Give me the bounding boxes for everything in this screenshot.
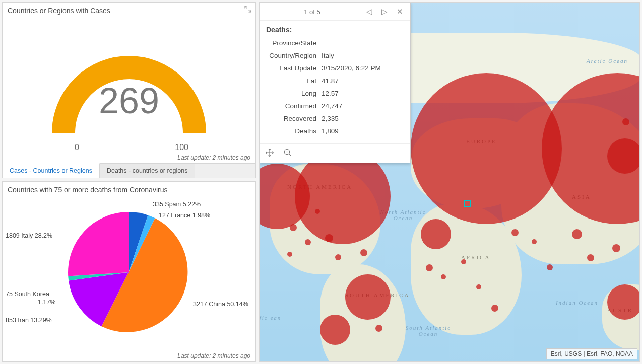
case-dot[interactable] <box>426 264 433 271</box>
gauge-min-label: 0 <box>75 143 79 152</box>
map-label-ind: Indian Ocean <box>552 300 602 306</box>
case-bubble[interactable] <box>320 315 350 345</box>
case-dot[interactable] <box>441 274 446 279</box>
map-label-pac: ific ean <box>259 315 282 321</box>
right-column: North America South America Europe Afric… <box>259 2 640 362</box>
case-dot[interactable] <box>587 254 594 261</box>
pie-label-skorea2: 1.17% <box>38 299 55 306</box>
popup-next-icon[interactable]: ▷ <box>379 6 390 17</box>
popup-row: Deaths1,809 <box>266 125 404 137</box>
pan-icon[interactable] <box>265 148 274 159</box>
tab-cases[interactable]: Cases - Countries or Regions <box>3 163 100 178</box>
case-bubble[interactable] <box>345 274 391 320</box>
case-bubble[interactable] <box>411 73 562 224</box>
pie-label-china: 3217 China 50.14% <box>193 301 248 308</box>
case-dot[interactable] <box>476 284 481 289</box>
popup-row: Long12.57 <box>266 87 404 100</box>
popup-close-icon[interactable]: ✕ <box>395 6 405 17</box>
popup-row: Province/State <box>266 37 404 49</box>
zoom-icon[interactable] <box>283 148 292 159</box>
gauge-tabs: Cases - Countries or Regions Deaths - co… <box>3 163 255 178</box>
gauge-panel: Countries or Regions with Cases 269 0 10… <box>2 2 256 178</box>
gauge-title: Countries or Regions with Cases <box>3 3 255 17</box>
popup-header: 1 of 5 ◁ ▷ ✕ <box>260 3 410 21</box>
expand-icon[interactable] <box>243 5 252 14</box>
map-label-af: Africa <box>461 254 490 260</box>
popup-row: Confirmed24,747 <box>266 100 404 112</box>
pie-label-spain: 335 Spain 5.22% <box>153 201 201 208</box>
case-dot[interactable] <box>315 209 320 214</box>
popup-title: Deaths: <box>260 21 410 37</box>
case-dot[interactable] <box>360 249 367 256</box>
case-dot[interactable] <box>287 252 292 257</box>
gauge-value: 269 <box>38 80 220 121</box>
case-bubble[interactable] <box>421 219 451 249</box>
popup-row: Country/RegionItaly <box>266 49 404 62</box>
case-dot[interactable] <box>511 229 519 236</box>
pie-label-skorea1: 75 South Korea <box>6 290 49 298</box>
popup-row: Lat41.87 <box>266 75 404 87</box>
pie-label-italy: 1809 Italy 28.2% <box>6 232 52 239</box>
case-dot[interactable] <box>622 118 629 125</box>
pie-panel: Countries with 75 or more deaths from Co… <box>2 181 256 362</box>
popup-row: Last Update3/15/2020, 6:22 PM <box>266 62 404 75</box>
gauge-max-label: 100 <box>175 143 188 152</box>
gauge-body: 269 0 100 Last update: 2 minutes ago <box>3 17 255 163</box>
map-label-arctic: Arctic Ocean <box>582 58 632 64</box>
popup-row: Recovered2,335 <box>266 112 404 125</box>
map-popup: 1 of 5 ◁ ▷ ✕ Deaths: Province/State Coun… <box>260 3 411 163</box>
gauge-last-update: Last update: 2 minutes ago <box>177 154 250 161</box>
map-label-satl: South Atlantic Ocean <box>403 325 454 337</box>
pie-chart <box>58 202 199 343</box>
gauge-chart: 269 0 100 <box>38 32 220 148</box>
case-dot[interactable] <box>491 305 498 312</box>
selected-feature-marker[interactable] <box>464 200 471 207</box>
case-dot[interactable] <box>532 239 537 244</box>
pie-last-update: Last update: 2 minutes ago <box>177 352 250 359</box>
popup-fields: Province/State Country/RegionItaly Last … <box>260 37 410 143</box>
case-dot[interactable] <box>572 229 582 239</box>
popup-pager: 1 of 5 <box>265 8 359 16</box>
map-attribution: Esri, USGS | Esri, FAO, NOAA <box>546 348 637 359</box>
pie-title: Countries with 75 or more deaths from Co… <box>3 182 255 196</box>
case-dot[interactable] <box>290 224 297 231</box>
popup-toolbar <box>260 143 410 163</box>
case-dot[interactable] <box>335 254 341 260</box>
case-dot[interactable] <box>547 264 553 270</box>
left-column: Countries or Regions with Cases 269 0 10… <box>2 2 256 362</box>
tab-deaths[interactable]: Deaths - countries or regions <box>100 164 196 178</box>
pie-body: 335 Spain 5.22% 127 France 1.98% 1809 It… <box>3 196 255 361</box>
case-dot[interactable] <box>612 244 620 252</box>
dashboard-root: Countries or Regions with Cases 269 0 10… <box>0 0 642 364</box>
case-bubble[interactable] <box>607 284 640 320</box>
map[interactable]: North America South America Europe Afric… <box>259 2 640 362</box>
case-dot[interactable] <box>305 239 311 245</box>
pie-label-france: 127 France 1.98% <box>159 212 210 219</box>
popup-prev-icon[interactable]: ◁ <box>364 6 374 17</box>
case-dot[interactable] <box>461 259 466 264</box>
case-dot[interactable] <box>325 234 333 242</box>
pie-label-iran: 853 Iran 13.29% <box>6 317 52 324</box>
case-bubble[interactable] <box>607 138 640 174</box>
case-dot[interactable] <box>375 325 382 332</box>
